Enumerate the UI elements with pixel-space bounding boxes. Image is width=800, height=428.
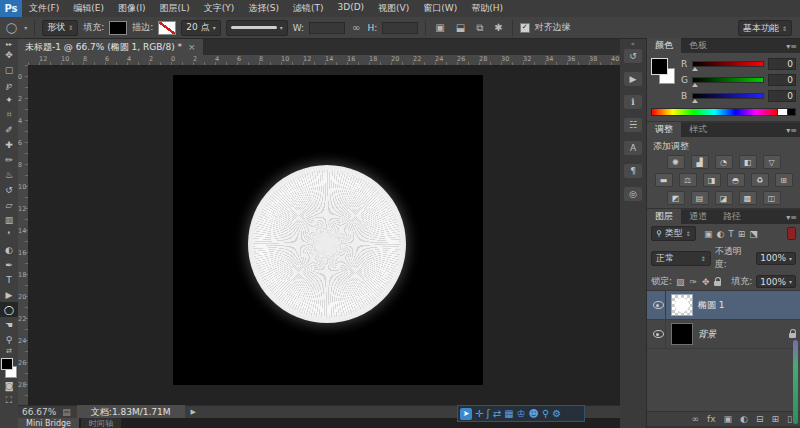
properties-panel-icon[interactable]: ☵	[624, 118, 642, 132]
invert-icon[interactable]: ◩	[667, 191, 685, 205]
threshold-icon[interactable]: ◪	[715, 191, 733, 205]
toolbar-collapse-handle[interactable]: ▸▸	[0, 39, 18, 47]
zoom-tool[interactable]: ⚲	[0, 332, 18, 347]
eyedropper-tool[interactable]: ✐	[0, 122, 18, 137]
character-panel-icon[interactable]: A	[624, 141, 642, 155]
image-icon[interactable]: ▦	[504, 409, 513, 419]
stroke-style-select[interactable]: ▾	[226, 20, 288, 36]
eye-icon[interactable]	[653, 301, 664, 309]
ellipse-tool[interactable]: ◯	[0, 302, 18, 317]
color-balance-icon[interactable]: ⚖	[679, 173, 697, 187]
lock-pixels-icon[interactable]: ✑	[690, 277, 698, 287]
channel-slider-g[interactable]	[692, 77, 764, 83]
black-white-icon[interactable]: ◨	[703, 173, 721, 187]
curves-icon[interactable]: ◔	[715, 155, 733, 169]
tool-mode-select[interactable]: 形状 ⇕	[42, 20, 78, 36]
lock-all-icon[interactable]	[714, 281, 721, 286]
layer-row[interactable]: 椭圆 1	[647, 291, 800, 320]
filter-kind-select[interactable]: ⚲ 类型 ⇕	[651, 226, 696, 241]
screen-mode-icon[interactable]: ⛶	[0, 393, 18, 408]
swap-colors-icon[interactable]: ⇄	[6, 347, 12, 355]
delete-layer-icon[interactable]: ▯	[787, 414, 792, 424]
exposure-icon[interactable]: ◧	[739, 155, 757, 169]
menu-item-6[interactable]: 滤镜(T)	[286, 2, 331, 15]
canvas-viewport[interactable]	[28, 65, 620, 407]
align-edges-checkbox[interactable]: ✓	[520, 23, 530, 33]
channel-value[interactable]: 0	[768, 90, 796, 102]
layer-row[interactable]: 背景	[647, 320, 800, 349]
document-tab[interactable]: 未标题-1 @ 66.7% (椭圆 1, RGB/8) * ×	[18, 39, 203, 55]
fill-swatch[interactable]	[109, 21, 127, 35]
adjustment-layer-icon[interactable]: ◐	[740, 414, 748, 424]
channel-value[interactable]: 0	[768, 58, 796, 70]
tab-paths[interactable]: 路径	[715, 209, 749, 224]
white-chip[interactable]	[778, 108, 788, 116]
user-icon[interactable]: ☻	[529, 409, 539, 419]
brush-tool[interactable]: ✏	[0, 152, 18, 167]
black-chip[interactable]	[788, 108, 796, 116]
menu-item-9[interactable]: 窗口(W)	[416, 2, 464, 15]
height-input[interactable]	[382, 22, 418, 34]
menu-item-2[interactable]: 图像(I)	[111, 2, 153, 15]
path-selection-tool[interactable]: ▶	[0, 287, 18, 302]
tool-preset-arrow-icon[interactable]: ▾	[24, 24, 27, 31]
healing-brush-tool[interactable]: ✚	[0, 137, 18, 152]
ps-logo[interactable]: Ps	[0, 0, 22, 17]
blur-tool[interactable]: ❜	[0, 227, 18, 242]
actions-panel-icon[interactable]: ▶	[624, 72, 642, 86]
menu-item-7[interactable]: 3D(D)	[330, 2, 371, 15]
visibility-cell[interactable]	[651, 291, 666, 319]
dodge-tool[interactable]: ◐	[0, 242, 18, 257]
tab-layers[interactable]: 图层	[647, 209, 681, 224]
menu-item-4[interactable]: 文字(Y)	[197, 2, 242, 15]
panel-menu-icon[interactable]: ▾≡	[786, 213, 797, 222]
channel-slider-r[interactable]	[692, 61, 764, 67]
menu-item-3[interactable]: 图层(L)	[153, 2, 197, 15]
quick-mask-icon[interactable]: ◙	[0, 378, 18, 393]
fill-input[interactable]: 100% ▾	[756, 275, 796, 288]
move-icon[interactable]: ✛	[475, 409, 483, 419]
path-arrangement-icon[interactable]: ⧉	[474, 22, 485, 34]
channel-mixer-icon[interactable]: ♻	[751, 173, 769, 187]
tab-styles[interactable]: 样式	[681, 122, 715, 137]
layer-thumbnail[interactable]	[671, 323, 693, 345]
panel-menu-icon[interactable]: ▾≡	[786, 42, 797, 51]
foreground-color-swatch[interactable]	[651, 58, 668, 75]
workspace-switcher[interactable]: 基本功能 ⇕	[738, 20, 792, 36]
lasso-tool[interactable]: ℘	[0, 77, 18, 92]
lock-position-icon[interactable]: ✥	[702, 277, 710, 287]
brightness-contrast-icon[interactable]: ✺	[667, 155, 685, 169]
tab-adjustments[interactable]: 调整	[647, 122, 681, 137]
channel-value[interactable]: 0	[768, 74, 796, 86]
filter-switch[interactable]	[787, 227, 796, 240]
color-lookup-icon[interactable]: ⊞	[775, 173, 793, 187]
pen-icon[interactable]: ʃ	[486, 409, 489, 419]
filter-type-layers-icon[interactable]: T	[728, 229, 734, 239]
geometry-options-icon[interactable]: ✱	[492, 22, 504, 34]
clone-source-panel-icon[interactable]: ◎	[624, 187, 642, 201]
link-layers-icon[interactable]: ∞	[692, 414, 700, 424]
close-icon[interactable]: ×	[188, 42, 196, 52]
filter-adjustment-layers-icon[interactable]: ◐	[716, 229, 724, 239]
filter-shape-layers-icon[interactable]: ⊞	[738, 229, 746, 239]
hue-saturation-icon[interactable]: ▬	[655, 173, 673, 187]
eye-icon[interactable]	[653, 330, 664, 338]
photo-filter-icon[interactable]: ◓	[727, 173, 745, 187]
pen-tool[interactable]: ✒	[0, 257, 18, 272]
width-input[interactable]	[309, 22, 345, 34]
eraser-tool[interactable]: ▱	[0, 197, 18, 212]
stroke-width-select[interactable]: 20 点 ▾	[181, 20, 220, 36]
crop-tool[interactable]: ⌗	[0, 107, 18, 122]
menu-item-8[interactable]: 视图(V)	[371, 2, 416, 15]
link-dimensions-icon[interactable]: ∞	[350, 22, 362, 33]
menu-item-5[interactable]: 选择(S)	[241, 2, 286, 15]
status-arrow-icon[interactable]: ▶	[191, 408, 196, 416]
layer-group-icon[interactable]: ⊟	[756, 414, 764, 424]
selective-color-icon[interactable]: ◫	[763, 191, 781, 205]
swap-arrows-icon[interactable]: ⇄	[493, 409, 501, 419]
canvas[interactable]	[173, 75, 483, 385]
stroke-swatch[interactable]	[158, 21, 176, 35]
hand-tool[interactable]: ☚	[0, 317, 18, 332]
layer-style-icon[interactable]: fx	[707, 414, 716, 424]
gradient-map-icon[interactable]: ▩	[739, 191, 757, 205]
